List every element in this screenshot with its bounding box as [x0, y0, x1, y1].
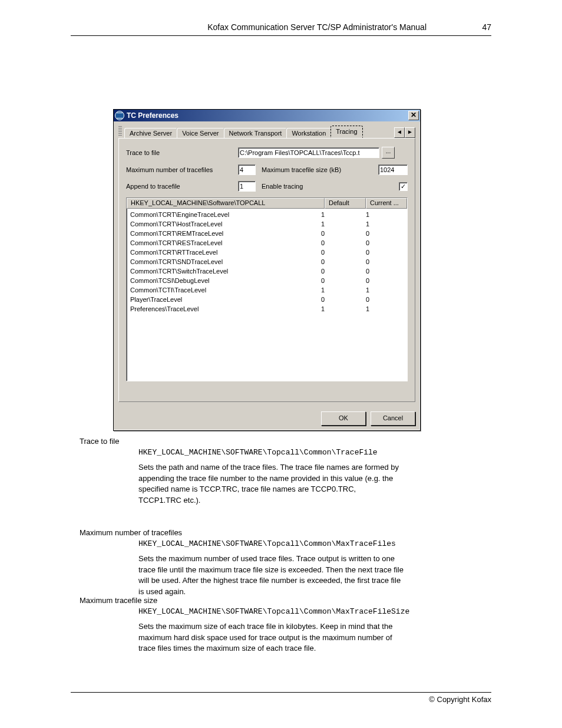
tab-scroll: ◄ ►: [394, 127, 415, 138]
list-row[interactable]: Common\TCRT\SwitchTraceLevel00: [127, 266, 407, 276]
registry-path: HKEY_LOCAL_MACHINE\SOFTWARE\Topcall\Comm…: [138, 447, 491, 459]
header-title: Kofax Communication Server TC/SP Adminis…: [207, 22, 427, 32]
list-cell-default: 1: [318, 305, 362, 312]
list-cell-path: Common\TCRT\SwitchTraceLevel: [127, 268, 318, 275]
trace-to-file-input[interactable]: [238, 147, 379, 158]
page: Kofax Communication Server TC/SP Adminis…: [0, 0, 562, 728]
append-to-tracefile-label: Append to tracefile: [126, 183, 238, 190]
list-row[interactable]: Common\TCRT\EngineTraceLevel11: [127, 210, 407, 219]
list-cell-path: Player\TraceLevel: [127, 296, 318, 303]
page-footer: © Copyright Kofax: [71, 692, 491, 706]
list-cell-default: 0: [318, 277, 362, 284]
max-tracefiles-label: Maximum number of tracefiles: [126, 166, 238, 173]
registry-path: HKEY_LOCAL_MACHINE\SOFTWARE\Topcall\Comm…: [138, 607, 491, 618]
append-to-tracefile-input[interactable]: [238, 181, 256, 192]
list-cell-current: 0: [362, 277, 407, 284]
list-row[interactable]: Common\TCRT\RTTraceLevel00: [127, 248, 407, 257]
list-cell-path: Common\TCTI\TraceLevel: [127, 286, 318, 294]
footer-copyright: © Copyright Kofax: [429, 695, 491, 704]
list-row[interactable]: Common\TCRT\RESTraceLevel00: [127, 238, 407, 248]
tab-voice-server[interactable]: Voice Server: [177, 128, 224, 139]
section-label: Maximum number of tracefiles: [80, 528, 491, 539]
tab-scroll-left[interactable]: ◄: [394, 127, 405, 138]
list-cell-path: Common\TCSI\DebugLevel: [127, 277, 318, 284]
list-header-path[interactable]: HKEY_LOCAL_MACHINE\Software\TOPCALL: [127, 198, 325, 209]
section-label: Trace to file: [80, 436, 491, 447]
list-cell-default: 0: [318, 239, 362, 246]
list-header-current[interactable]: Current ...: [366, 198, 407, 209]
list-cell-current: 0: [362, 258, 407, 265]
max-tracefiles-input[interactable]: [238, 164, 256, 175]
list-cell-current: 0: [362, 249, 407, 256]
list-cell-default: 0: [318, 249, 362, 256]
list-row[interactable]: Preferences\TraceLevel11: [127, 304, 407, 314]
list-body: Common\TCRT\EngineTraceLevel11Common\TCR…: [127, 209, 407, 315]
doc-section: Trace to fileHKEY_LOCAL_MACHINE\SOFTWARE…: [80, 436, 491, 506]
section-description: Sets the maximum size of each trace file…: [138, 621, 491, 655]
list-cell-path: Common\TCRT\HostTraceLevel: [127, 220, 318, 228]
doc-section: Maximum tracefile sizeHKEY_LOCAL_MACHINE…: [80, 595, 491, 654]
list-cell-default: 0: [318, 268, 362, 275]
preferences-dialog: TC Preferences ✕ Archive Server Voice Se…: [113, 109, 421, 431]
close-button[interactable]: ✕: [408, 111, 419, 120]
browse-button[interactable]: ...: [382, 147, 395, 159]
list-cell-current: 1: [362, 286, 407, 294]
enable-tracing-label: Enable tracing: [262, 183, 303, 190]
list-row[interactable]: Common\TCTI\TraceLevel11: [127, 285, 407, 295]
ok-button[interactable]: OK: [321, 411, 366, 426]
list-row[interactable]: Common\TCRT\REMTraceLevel00: [127, 229, 407, 238]
list-cell-current: 1: [362, 220, 407, 228]
list-cell-current: 0: [362, 268, 407, 275]
trace-to-file-label: Trace to file: [126, 149, 238, 156]
titlebar: TC Preferences ✕: [114, 110, 420, 121]
list-cell-current: 0: [362, 230, 407, 237]
max-tracefile-size-label: Maximum tracefile size (kB): [262, 166, 350, 173]
list-row[interactable]: Common\TCRT\HostTraceLevel11: [127, 219, 407, 229]
list-cell-path: Common\TCRT\EngineTraceLevel: [127, 211, 318, 218]
list-cell-default: 0: [318, 258, 362, 265]
list-cell-default: 0: [318, 230, 362, 237]
list-header-default[interactable]: Default: [325, 198, 366, 209]
list-cell-current: 1: [362, 211, 407, 218]
dialog-buttons: OK Cancel: [114, 407, 420, 430]
list-cell-default: 1: [318, 220, 362, 228]
section-label: Maximum tracefile size: [80, 595, 491, 607]
list-cell-default: 1: [318, 286, 362, 294]
list-row[interactable]: Common\TCSI\DebugLevel00: [127, 276, 407, 285]
list-cell-path: Common\TCRT\SNDTraceLevel: [127, 258, 318, 265]
tab-area: Archive Server Voice Server Network Tran…: [114, 121, 420, 407]
dialog-title: TC Preferences: [127, 111, 178, 120]
section-description: Sets the path and name of the trace file…: [138, 462, 491, 506]
doc-section: Maximum number of tracefilesHKEY_LOCAL_M…: [80, 528, 491, 598]
cancel-button[interactable]: Cancel: [371, 411, 415, 426]
registry-path: HKEY_LOCAL_MACHINE\SOFTWARE\Topcall\Comm…: [138, 539, 491, 550]
list-cell-path: Common\TCRT\RTTraceLevel: [127, 249, 318, 256]
trace-levels-list[interactable]: HKEY_LOCAL_MACHINE\Software\TOPCALL Defa…: [126, 197, 408, 381]
page-number: 47: [482, 22, 491, 32]
list-cell-default: 0: [318, 296, 362, 303]
list-cell-current: 1: [362, 305, 407, 312]
list-cell-current: 0: [362, 239, 407, 246]
list-row[interactable]: Common\TCRT\SNDTraceLevel00: [127, 257, 407, 266]
list-cell-path: Common\TCRT\RESTraceLevel: [127, 239, 318, 246]
list-cell-path: Common\TCRT\REMTraceLevel: [127, 230, 318, 237]
tab-scroll-right[interactable]: ►: [405, 127, 415, 138]
list-header: HKEY_LOCAL_MACHINE\Software\TOPCALL Defa…: [127, 198, 407, 209]
enable-tracing-checkbox[interactable]: ✓: [399, 182, 408, 191]
tab-workstation[interactable]: Workstation: [286, 128, 331, 139]
tab-grip[interactable]: [118, 126, 122, 137]
list-cell-current: 0: [362, 296, 407, 303]
tab-row: Archive Server Voice Server Network Tran…: [118, 125, 415, 138]
tracing-panel: Trace to file ... Maximum number of trac…: [118, 138, 415, 402]
tab-network-transport[interactable]: Network Transport: [224, 128, 287, 139]
list-cell-default: 1: [318, 211, 362, 218]
list-row[interactable]: Player\TraceLevel00: [127, 295, 407, 304]
page-header: Kofax Communication Server TC/SP Adminis…: [71, 22, 491, 36]
section-description: Sets the maximum number of used trace fi…: [138, 554, 491, 598]
list-cell-path: Preferences\TraceLevel: [127, 305, 318, 312]
tab-archive-server[interactable]: Archive Server: [124, 128, 177, 139]
max-tracefile-size-input[interactable]: [378, 164, 408, 175]
tab-tracing[interactable]: Tracing: [330, 126, 362, 138]
app-icon: [115, 111, 124, 120]
